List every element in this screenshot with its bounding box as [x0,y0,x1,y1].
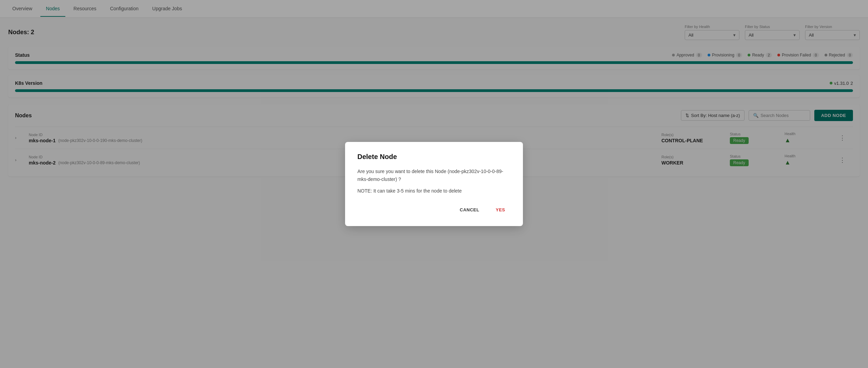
delete-node-dialog: Delete Node Are you sure you want to del… [345,142,523,183]
dialog-body-text: Are you sure you want to delete this Nod… [357,169,503,182]
dialog-title: Delete Node [357,153,511,161]
dialog-body: Are you sure you want to delete this Nod… [357,168,511,183]
modal-overlay: Delete Node Are you sure you want to del… [0,0,868,183]
